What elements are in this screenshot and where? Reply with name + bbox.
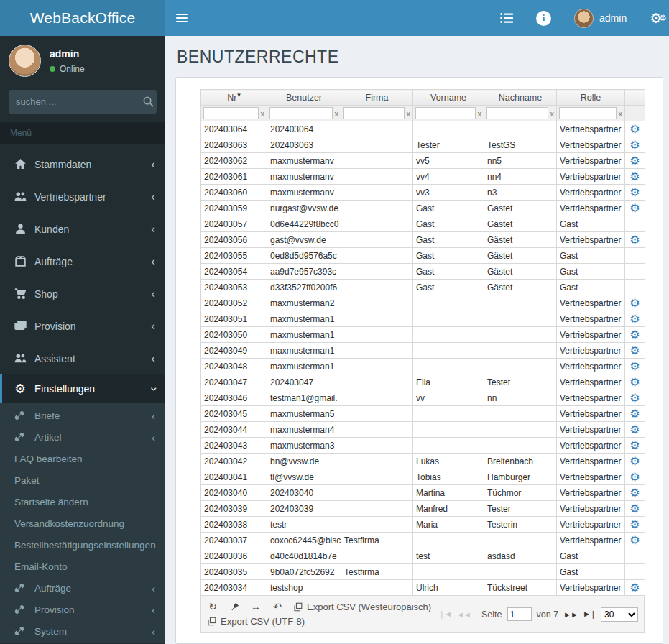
filter-clear-button[interactable]: x (335, 109, 339, 118)
table-row[interactable]: 202403063202403063TesterTestGSVertriebsp… (201, 137, 645, 153)
submenu-item-artikel[interactable]: Artikel‹ (0, 426, 165, 448)
first-page-icon[interactable]: ❘◄ (438, 610, 451, 619)
row-settings-icon[interactable]: ⚙ (629, 456, 640, 467)
table-row[interactable]: 202403049maxmusterman1Vertriebspartner⚙ (201, 343, 645, 359)
next-page-icon[interactable]: ►► (563, 610, 578, 619)
table-row[interactable]: 202403051maxmusterman1Vertriebspartner⚙ (201, 311, 645, 327)
table-row[interactable]: 202403062maxmustermanvvv5nn5Vertriebspar… (201, 153, 645, 169)
list-icon[interactable] (489, 0, 525, 36)
submenu-item-email-konto[interactable]: Email-Konto (0, 556, 165, 577)
user-menu[interactable]: admin (563, 0, 638, 36)
search-icon[interactable] (142, 96, 154, 109)
page-size-select[interactable]: 30 (601, 607, 638, 622)
resize-columns-icon[interactable]: ↔ (250, 601, 262, 612)
submenu-item-versandkostenzuordnung[interactable]: Versandkostenzuordnung (0, 512, 165, 534)
row-settings-icon[interactable]: ⚙ (629, 139, 640, 151)
row-settings-icon[interactable]: ⚙ (629, 124, 640, 135)
row-settings-icon[interactable]: ⚙ (629, 472, 640, 483)
last-page-icon[interactable]: ►❘ (583, 610, 596, 619)
row-settings-icon[interactable]: ⚙ (629, 377, 640, 388)
brand-logo[interactable]: WebBackOffice (0, 0, 165, 36)
table-row[interactable]: 202403052maxmusterman2Vertriebspartner⚙ (201, 295, 645, 311)
filter-input-benutzer[interactable] (269, 107, 333, 119)
sidebar-item-stammdaten[interactable]: Stammdaten‹ (0, 148, 165, 180)
table-row[interactable]: 202403060maxmustermanvvv3n3Vertriebspart… (201, 185, 645, 201)
table-row[interactable]: 202403050maxmusterman1Vertriebspartner⚙ (201, 327, 645, 343)
row-settings-icon[interactable]: ⚙ (629, 203, 640, 214)
sidebar-item-shop[interactable]: Shop‹ (0, 277, 165, 310)
row-settings-icon[interactable]: ⚙ (629, 440, 640, 451)
table-row[interactable]: 202403064202403064Vertriebspartner⚙ (201, 121, 645, 137)
submenu-item-faq-bearbeiten[interactable]: FAQ bearbeiten (0, 448, 165, 469)
sidebar-item-kunden[interactable]: Kunden‹ (0, 213, 165, 245)
row-settings-icon[interactable]: ⚙ (629, 361, 640, 372)
submenu-item-provision[interactable]: Provision‹ (0, 599, 165, 620)
row-settings-icon[interactable]: ⚙ (629, 424, 640, 436)
row-settings-icon[interactable]: ⚙ (629, 313, 640, 325)
table-row[interactable]: 202403053d33f3527ff0200f6GastGästetGast (201, 280, 645, 295)
prev-page-icon[interactable]: ◄◄ (456, 610, 471, 619)
refresh-icon[interactable]: ↻ (207, 601, 218, 612)
table-row[interactable]: 202403061maxmustermanvvv4nn4Vertriebspar… (201, 169, 645, 185)
export-csv-west-link[interactable]: Export CSV (Westeuropäisch) (293, 602, 431, 612)
table-row[interactable]: 202403040202403040MartinaTüchmorVertrieb… (201, 485, 645, 501)
export-csv-utf8-link[interactable]: Export CSV (UTF-8) (207, 616, 305, 627)
table-row[interactable]: 202403047202403047EllaTestetVertriebspar… (201, 374, 645, 390)
table-row[interactable]: 202403042bn@vvsw.deLukasBreitenbachVertr… (201, 454, 645, 469)
table-row[interactable]: 202403037coxoc62445@biscTestfirmaVertrie… (201, 533, 645, 548)
info-icon[interactable]: i (525, 0, 563, 36)
submenu-item-briefe[interactable]: Briefe‹ (0, 405, 165, 426)
submenu-item-bestellbest-tigungseinstellungen[interactable]: Bestellbestätigungseinstellungen (0, 534, 165, 556)
column-header-vorname[interactable]: Vorname (413, 90, 484, 106)
table-row[interactable]: 202403034testshopUlrichTückstreetVertrie… (201, 580, 645, 596)
row-settings-icon[interactable]: ⚙ (629, 503, 640, 515)
row-settings-icon[interactable]: ⚙ (629, 408, 640, 420)
filter-input-vorname[interactable] (415, 107, 476, 119)
table-row[interactable]: 202403039202403039ManfredTesterVertriebs… (201, 501, 645, 517)
filter-clear-button[interactable]: x (550, 109, 555, 118)
row-settings-icon[interactable]: ⚙ (629, 187, 640, 198)
sidebar-toggle-button[interactable] (165, 0, 198, 36)
search-input[interactable] (16, 96, 142, 107)
sidebar-item-assistent[interactable]: Assistent‹ (0, 342, 165, 374)
filter-clear-button[interactable]: x (619, 109, 623, 118)
submenu-item-auftr-ge[interactable]: Aufträge‹ (0, 577, 165, 599)
row-settings-icon[interactable]: ⚙ (629, 487, 640, 499)
column-header-rolle[interactable]: Rolle (557, 90, 625, 106)
table-row[interactable]: 202403038testrMariaTesterinVertriebspart… (201, 517, 645, 533)
column-header-firma[interactable]: Firma (341, 90, 413, 106)
sidebar-item-auftr-ge[interactable]: Aufträge‹ (0, 245, 165, 277)
table-row[interactable]: 202403046testman1@gmail.vvnnVertriebspar… (201, 390, 645, 406)
row-settings-icon[interactable]: ⚙ (629, 298, 640, 309)
filter-input-nachname[interactable] (486, 107, 548, 119)
row-settings-icon[interactable]: ⚙ (629, 519, 640, 530)
table-row[interactable]: 202403056gast@vvsw.deGastGästetVertriebs… (201, 232, 645, 248)
row-settings-icon[interactable]: ⚙ (629, 155, 640, 167)
filter-input-rolle[interactable] (559, 107, 617, 119)
filter-input-nr[interactable] (203, 107, 259, 119)
sidebar-item-vertriebspartner[interactable]: Vertriebspartner‹ (0, 180, 165, 213)
column-header-nr[interactable]: Nr▾ (201, 90, 267, 106)
sidebar-item-provision[interactable]: Provision‹ (0, 310, 165, 342)
table-row[interactable]: 2024030570d6e44229f8bcc0GastGästetGast (201, 216, 645, 232)
table-row[interactable]: 2024030550ed8d5d9576a5cGastGästetGast (201, 248, 645, 264)
filter-input-firma[interactable] (343, 107, 405, 119)
table-row[interactable]: 202403043maxmusterman3Vertriebspartner⚙ (201, 438, 645, 454)
column-header-benutzer[interactable]: Benutzer (267, 90, 341, 106)
filter-clear-button[interactable]: x (478, 109, 482, 118)
table-row[interactable]: 202403059nurgast@vvsw.deGastGastetVertri… (201, 201, 645, 216)
table-row[interactable]: 202403036d40c40d1814b7etestasdasdGast (201, 548, 645, 564)
row-settings-icon[interactable]: ⚙ (629, 535, 640, 546)
submenu-item-startseite-ndern[interactable]: Startseite ändern (0, 491, 165, 512)
submenu-item-paket[interactable]: Paket (0, 469, 165, 491)
row-settings-icon[interactable]: ⚙ (629, 234, 640, 246)
row-settings-icon[interactable]: ⚙ (629, 345, 640, 356)
table-row[interactable]: 202403054aa9d7e957c393cGastGästetGast (201, 264, 645, 280)
row-settings-icon[interactable]: ⚙ (629, 582, 640, 594)
table-row[interactable]: 202403048maxmusterman1Vertriebspartner⚙ (201, 359, 645, 374)
page-number-input[interactable] (507, 607, 532, 621)
submenu-item-system[interactable]: System‹ (0, 620, 165, 642)
table-row[interactable]: 202403045maxmusterman5Vertriebspartner⚙ (201, 406, 645, 422)
row-settings-icon[interactable]: ⚙ (629, 329, 640, 341)
gears-icon[interactable]: ⚙⚙ (638, 0, 669, 36)
